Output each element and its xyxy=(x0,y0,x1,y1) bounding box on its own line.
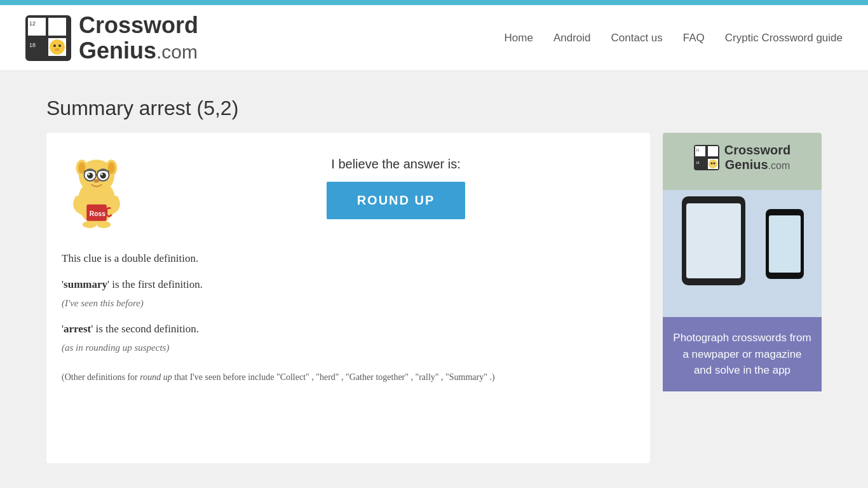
svg-point-16 xyxy=(108,162,115,174)
logo-icon: 12 18 xyxy=(25,15,71,61)
ad-bottom: Photograph crosswords from a newpaper or… xyxy=(663,317,822,391)
svg-point-24 xyxy=(93,179,99,183)
svg-point-37 xyxy=(709,159,717,168)
believe-text: I believe the answer is: xyxy=(157,157,635,172)
ad-logo-text: CrosswordGenius.com xyxy=(724,143,790,172)
logo-text: Crossword Genius.com xyxy=(79,13,198,63)
device-tablet xyxy=(682,196,745,285)
def2-text: 'arrest' is the second definition. (as i… xyxy=(62,320,635,357)
ad-logo-icon: 12 18 xyxy=(694,145,719,170)
svg-point-38 xyxy=(710,163,712,165)
svg-point-21 xyxy=(100,173,106,179)
device-tablet-screen xyxy=(686,203,741,278)
ad-top: 12 18 CrosswordGenius.com xyxy=(663,133,822,190)
ad-logo-area: 12 18 CrosswordGenius.com xyxy=(673,143,811,172)
svg-text:18: 18 xyxy=(696,161,700,165)
device-phone-screen xyxy=(769,215,801,273)
mascot-icon: Ross xyxy=(62,146,132,228)
top-accent-bar xyxy=(0,0,868,5)
svg-point-22 xyxy=(88,173,90,175)
nav-android[interactable]: Android xyxy=(553,32,591,44)
nav-home[interactable]: Home xyxy=(505,32,533,44)
device-phone xyxy=(766,209,804,279)
ad-promo-text: Photograph crosswords from a newpaper or… xyxy=(673,330,811,379)
answer-section: Ross I believe the answer is: ROUND xyxy=(62,146,635,231)
svg-point-20 xyxy=(87,173,93,179)
svg-point-29 xyxy=(97,221,111,228)
sidebar-ad: 12 18 CrosswordGenius.com xyxy=(663,133,822,463)
svg-text:12: 12 xyxy=(696,148,700,152)
mascot-area: Ross xyxy=(62,146,138,231)
def2-note: (as in rounding up suspects) xyxy=(62,342,169,353)
content-layout: Ross I believe the answer is: ROUND xyxy=(46,133,822,463)
svg-point-7 xyxy=(50,39,65,55)
nav-faq[interactable]: FAQ xyxy=(683,32,705,44)
svg-rect-32 xyxy=(708,146,718,156)
clue-type-text: This clue is a double definition. xyxy=(62,250,635,268)
ad-devices-area xyxy=(663,190,822,317)
svg-point-39 xyxy=(713,163,715,165)
svg-rect-2 xyxy=(48,18,66,36)
clue-explanation: This clue is a double definition. 'summa… xyxy=(62,250,635,384)
svg-point-15 xyxy=(78,162,85,174)
def1-note: (I've seen this before) xyxy=(62,298,144,308)
answer-button[interactable]: ROUND UP xyxy=(327,182,466,219)
nav-contact[interactable]: Contact us xyxy=(611,32,663,44)
page-title: Summary arrest (5,2) xyxy=(46,97,822,120)
def1-text: 'summary' is the first definition. (I've… xyxy=(62,276,635,313)
nav-guide[interactable]: Cryptic Crossword guide xyxy=(725,32,843,44)
svg-text:18: 18 xyxy=(29,42,36,48)
answer-block: I believe the answer is: ROUND UP xyxy=(157,157,635,219)
def1-suffix-text: is the first definition. xyxy=(112,278,203,290)
main-wrapper: Summary arrest (5,2) xyxy=(0,71,868,488)
other-defs-term: round up xyxy=(140,372,172,382)
content-area: Summary arrest (5,2) xyxy=(21,97,847,463)
svg-point-10 xyxy=(55,48,60,51)
svg-point-8 xyxy=(53,44,56,47)
svg-point-28 xyxy=(83,221,97,228)
svg-point-23 xyxy=(101,173,103,175)
svg-text:Ross: Ross xyxy=(90,211,105,218)
svg-text:12: 12 xyxy=(29,20,36,27)
site-logo[interactable]: 12 18 Crossword Genius.com xyxy=(25,13,198,63)
main-card: Ross I believe the answer is: ROUND xyxy=(46,133,650,463)
svg-point-9 xyxy=(58,44,61,47)
def1-term: summary xyxy=(64,278,107,290)
other-defs-text: (Other definitions for round up that I'v… xyxy=(62,370,635,385)
main-nav: Home Android Contact us FAQ Cryptic Cros… xyxy=(505,32,843,44)
other-defs-suffix: that I've seen before include "Collect" … xyxy=(172,372,495,382)
def2-term: arrest xyxy=(64,323,91,335)
def2-suffix-text: is the second definition. xyxy=(96,323,199,335)
site-header: 12 18 Crossword Genius.com Home Android … xyxy=(0,5,868,71)
